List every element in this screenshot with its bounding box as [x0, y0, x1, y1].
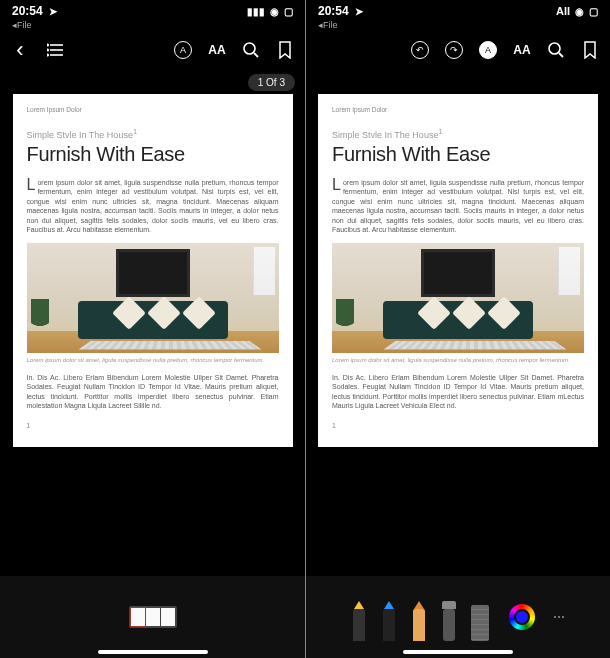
status-time: 20:54 [12, 4, 43, 18]
markup-toolbar: ↶ ↷ A AA [306, 30, 610, 70]
doc-paragraph-1: Lorem ipsum dolor sit amet, ligula suspe… [332, 178, 584, 235]
pen-tool[interactable] [381, 601, 397, 641]
redo-button[interactable]: ↷ [444, 40, 464, 60]
text-size-button[interactable]: AA [207, 40, 227, 60]
thumb-3[interactable] [161, 608, 175, 626]
wifi-icon: ◉ [575, 6, 584, 17]
doc-title: Furnish With Ease [27, 143, 279, 166]
file-breadcrumb[interactable]: ◂File [0, 20, 305, 30]
status-bar: 20:54 ➤ All ◉ ▢ [306, 0, 610, 22]
reader-view-pane: 20:54 ➤ ▮▮▮ ◉ ▢ ◂File ‹ A AA 1 Of [0, 0, 305, 658]
thumb-2[interactable] [146, 608, 160, 626]
ruler-tool[interactable] [471, 605, 489, 641]
doc-hero-image [27, 243, 279, 353]
svg-point-3 [47, 44, 48, 46]
doc-page-number: 1 [332, 422, 584, 429]
markup-view-pane: 20:54 ➤ All ◉ ▢ ◂File ↶ ↷ A AA Lorem Ips [305, 0, 610, 658]
doc-image-caption: Lorem ipsum dolor sit amet, ligula suspe… [332, 357, 584, 363]
thumb-1[interactable] [131, 608, 145, 626]
document-page[interactable]: Lorem Ipsum Dolor Simple Stvle In The Ho… [13, 94, 293, 447]
back-button[interactable]: ‹ [10, 40, 30, 60]
pencil-tool[interactable] [411, 601, 427, 641]
file-breadcrumb[interactable]: ◂File [306, 20, 610, 30]
toc-button[interactable] [46, 40, 66, 60]
doc-paragraph-1: Lorem ipsum dolor sit amet, ligula suspe… [27, 178, 279, 235]
doc-paragraph-2: In. Dis Ac. Libero Erlam Bibendum Lorem … [27, 373, 279, 411]
doc-paragraph-2: In. Dis Ac. Libero Erlam Bibendum Lorem … [332, 373, 584, 411]
markup-content: Lorem Ipsum Dolor Simple Stvle In The Ho… [306, 70, 610, 576]
doc-source: Lorem Ipsum Dolor [27, 106, 279, 113]
location-icon: ➤ [49, 6, 57, 17]
doc-page-number: 1 [27, 422, 279, 429]
undo-button[interactable]: ↶ [410, 40, 430, 60]
location-icon: ➤ [355, 6, 363, 17]
doc-image-caption: Lorem ipsum dolor sit amet, ligula suspe… [27, 357, 279, 363]
doc-hero-image [332, 243, 584, 353]
svg-point-4 [47, 49, 48, 51]
cellular-icon: ▮▮▮ [247, 6, 265, 17]
svg-point-5 [47, 54, 48, 56]
doc-subtitle: Simple Stvle In The House1 [27, 127, 279, 140]
doc-subtitle: Simple Stvle In The House1 [332, 127, 584, 140]
appearance-button[interactable]: A [478, 40, 498, 60]
reader-bottom-bar [0, 576, 305, 658]
status-time: 20:54 [318, 4, 349, 18]
home-indicator[interactable] [403, 650, 513, 654]
eraser-tool[interactable] [441, 601, 457, 641]
bookmark-button[interactable] [580, 40, 600, 60]
page-thumbnails[interactable] [129, 606, 177, 628]
search-button[interactable] [546, 40, 566, 60]
highlighter-tool[interactable] [351, 601, 367, 641]
svg-line-9 [559, 53, 563, 57]
text-size-button[interactable]: AA [512, 40, 532, 60]
battery-icon: ▢ [284, 6, 293, 17]
document-page[interactable]: Lorem Ipsum Dolor Simple Stvle In The Ho… [318, 94, 598, 447]
bookmark-button[interactable] [275, 40, 295, 60]
color-picker[interactable] [509, 604, 535, 630]
status-bar: 20:54 ➤ ▮▮▮ ◉ ▢ [0, 0, 305, 22]
wifi-icon: ◉ [270, 6, 279, 17]
appearance-button[interactable]: A [173, 40, 193, 60]
page-indicator: 1 Of 3 [248, 74, 295, 91]
more-tools-button[interactable]: ⋯ [553, 610, 565, 624]
home-indicator[interactable] [98, 650, 208, 654]
svg-point-8 [549, 43, 560, 54]
reader-toolbar: ‹ A AA [0, 30, 305, 70]
reader-content: 1 Of 3 Lorem Ipsum Dolor Simple Stvle In… [0, 70, 305, 576]
doc-source: Lorem Ipsum Dolor [332, 106, 584, 113]
doc-title: Furnish With Ease [332, 143, 584, 166]
battery-icon: ▢ [589, 6, 598, 17]
search-button[interactable] [241, 40, 261, 60]
svg-line-7 [254, 53, 258, 57]
markup-tool-bar: ⋯ [306, 576, 610, 658]
status-network-label: All [556, 5, 570, 17]
svg-point-6 [244, 43, 255, 54]
